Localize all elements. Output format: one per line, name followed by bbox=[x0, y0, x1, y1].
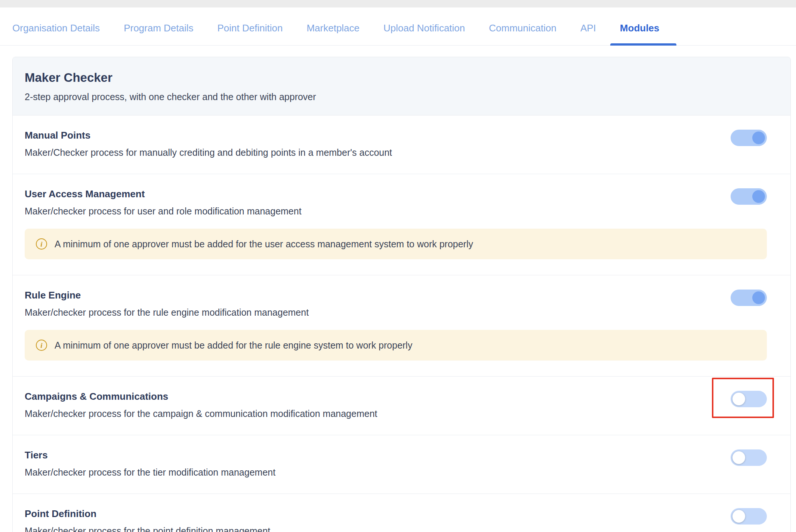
module-text: User Access Management Maker/checker pro… bbox=[25, 188, 302, 217]
section-subtitle: 2-step approval process, with one checke… bbox=[25, 92, 778, 102]
user-access-management-toggle[interactable] bbox=[731, 188, 767, 205]
module-text: Manual Points Maker/Checker process for … bbox=[25, 130, 392, 158]
settings-page: Organisation Details Program Details Poi… bbox=[0, 0, 796, 532]
tab-point-definition[interactable]: Point Definition bbox=[217, 22, 283, 45]
warning-banner: i A minimum of one approver must be adde… bbox=[25, 229, 767, 259]
maker-checker-header: Maker Checker 2-step approval process, w… bbox=[13, 57, 790, 115]
module-description: Maker/checker process for the campaign &… bbox=[25, 408, 377, 419]
module-description: Maker/checker process for the rule engin… bbox=[25, 307, 309, 318]
module-description: Maker/checker process for user and role … bbox=[25, 206, 302, 217]
module-title: User Access Management bbox=[25, 188, 302, 200]
toggle-knob bbox=[732, 451, 745, 464]
module-title: Point Definition bbox=[25, 508, 270, 520]
tab-communication[interactable]: Communication bbox=[489, 22, 556, 45]
window-top-bar bbox=[0, 0, 796, 7]
toggle-knob bbox=[752, 132, 765, 144]
manual-points-toggle[interactable] bbox=[731, 130, 767, 146]
module-text: Tiers Maker/checker process for the tier… bbox=[25, 449, 275, 478]
tab-marketplace[interactable]: Marketplace bbox=[306, 22, 360, 45]
tab-api[interactable]: API bbox=[580, 22, 596, 45]
tiers-toggle[interactable] bbox=[731, 449, 767, 466]
module-row-manual-points: Manual Points Maker/Checker process for … bbox=[13, 115, 790, 174]
tab-bar: Organisation Details Program Details Poi… bbox=[0, 7, 796, 46]
module-title: Manual Points bbox=[25, 130, 392, 141]
module-description: Maker/Checker process for manually credi… bbox=[25, 147, 392, 158]
module-title: Campaigns & Communications bbox=[25, 391, 377, 402]
module-description: Maker/checker process for the point defi… bbox=[25, 526, 270, 532]
warning-text: A minimum of one approver must be added … bbox=[55, 340, 412, 351]
maker-checker-card: Maker Checker 2-step approval process, w… bbox=[12, 57, 791, 532]
module-description: Maker/checker process for the tier modif… bbox=[25, 467, 275, 478]
toggle-knob bbox=[732, 510, 745, 523]
module-row-point-definition: Point Definition Maker/checker process f… bbox=[13, 494, 790, 532]
module-title: Rule Engine bbox=[25, 290, 309, 301]
module-text: Point Definition Maker/checker process f… bbox=[25, 508, 270, 532]
toggle-knob bbox=[732, 393, 745, 405]
info-circle-icon: i bbox=[36, 238, 47, 250]
point-definition-toggle[interactable] bbox=[731, 508, 767, 525]
toggle-knob bbox=[752, 291, 765, 304]
module-title: Tiers bbox=[25, 449, 275, 461]
tab-upload-notification[interactable]: Upload Notification bbox=[383, 22, 465, 45]
tab-modules[interactable]: Modules bbox=[620, 22, 659, 45]
rule-engine-toggle[interactable] bbox=[731, 290, 767, 306]
section-title: Maker Checker bbox=[25, 71, 778, 85]
tab-organisation-details[interactable]: Organisation Details bbox=[12, 22, 100, 45]
warning-text: A minimum of one approver must be added … bbox=[55, 239, 473, 250]
module-row-tiers: Tiers Maker/checker process for the tier… bbox=[13, 435, 790, 494]
tab-program-details[interactable]: Program Details bbox=[124, 22, 193, 45]
toggle-knob bbox=[752, 190, 765, 203]
module-row-rule-engine: Rule Engine Maker/checker process for th… bbox=[13, 275, 790, 377]
module-row-campaigns-communications: Campaigns & Communications Maker/checker… bbox=[13, 377, 790, 435]
campaigns-communications-toggle[interactable] bbox=[731, 391, 767, 407]
module-text: Campaigns & Communications Maker/checker… bbox=[25, 391, 377, 419]
info-circle-icon: i bbox=[36, 340, 47, 351]
warning-banner: i A minimum of one approver must be adde… bbox=[25, 330, 767, 361]
module-row-user-access-management: User Access Management Maker/checker pro… bbox=[13, 174, 790, 275]
module-text: Rule Engine Maker/checker process for th… bbox=[25, 290, 309, 318]
